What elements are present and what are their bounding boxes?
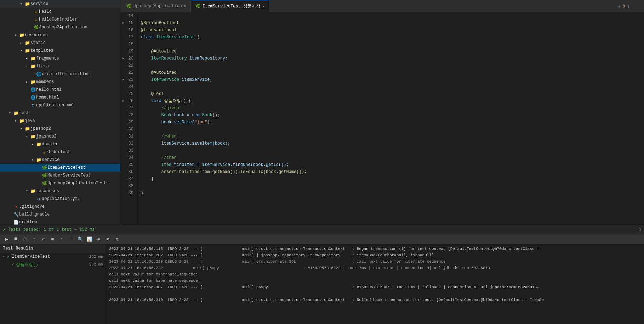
tree-item-fragments[interactable]: ▸ 📁 fragments xyxy=(0,55,120,62)
filter-button[interactable]: ⊞ xyxy=(49,235,57,243)
tree-label: Jpashop2ApplicationTests xyxy=(47,181,120,186)
folder-icon: 📁 xyxy=(24,126,30,132)
tree-item-itemservicetest[interactable]: 🌿 ItemServiceTest xyxy=(0,164,120,172)
bulb-icon[interactable]: 💡 xyxy=(138,133,139,140)
line-num: 15 ▶ xyxy=(123,19,133,27)
test-suite-label: ItemServiceTest xyxy=(12,254,50,259)
line-num: 37 xyxy=(123,175,133,183)
tree-label: service xyxy=(42,157,120,162)
tree-item-members[interactable]: ▸ 📁 members xyxy=(0,78,120,86)
expand-button[interactable]: ⇄ xyxy=(40,235,47,243)
tab-jpashop2app[interactable]: 🌿 Jpashop2Application ✕ xyxy=(122,0,191,12)
tree-item-memberservicetest[interactable]: 🌿 MemberServiceTest xyxy=(0,172,120,179)
tree-item-jpashop2app[interactable]: 🌿 Jpashop2Application xyxy=(0,23,120,31)
tree-item-java-test[interactable]: ▾ 📁 java xyxy=(0,117,120,125)
console-output[interactable]: 2023-04-21 15:16:56.115 INFO 2428 --- [ … xyxy=(106,244,644,324)
tab-label: Jpashop2Application xyxy=(133,4,182,9)
add-button[interactable]: ⊕ xyxy=(95,235,103,243)
tab-close-button[interactable]: ✕ xyxy=(184,4,186,8)
tree-label: Jpashop2Application xyxy=(39,25,120,30)
console-line: 2023-04-21 15:16:56.222 main] p6spy : #1… xyxy=(109,265,641,271)
tree-label: service xyxy=(30,1,120,6)
code-line-18 xyxy=(141,41,644,48)
tree-label: templates xyxy=(30,48,120,53)
console-line: 2023-04-21 15:16:56.310 INFO 2428 --- [ … xyxy=(109,297,641,303)
line-num: 17 xyxy=(123,34,133,41)
folder-icon: 📁 xyxy=(13,111,19,116)
tree-item-hello[interactable]: ☕ Hello xyxy=(0,8,120,16)
line-num: 19 xyxy=(123,48,133,55)
tree-item-domain[interactable]: ▾ 📁 domain xyxy=(0,140,120,148)
tree-item-jpashop2-1[interactable]: ▾ 📁 jpashop2 xyxy=(0,125,120,133)
next-fail-button[interactable]: ↓ xyxy=(67,235,75,243)
tree-item-service-main[interactable]: ▾ 📁 service xyxy=(0,0,120,8)
tree-item-items[interactable]: ▾ 📁 items xyxy=(0,62,120,70)
chevron-open-icon: ▾ xyxy=(13,33,18,37)
tree-item-jpashop2apptests[interactable]: 🌿 Jpashop2ApplicationTests xyxy=(0,179,120,187)
folder-icon: 📁 xyxy=(35,142,42,147)
tree-item-test[interactable]: ▾ 📁 test xyxy=(0,109,120,117)
settings-test-button[interactable]: ⚙ xyxy=(113,235,121,243)
settings-icon[interactable]: ⚙ xyxy=(639,227,641,232)
tree-item-resources-test[interactable]: ▾ 📁 resources xyxy=(0,187,120,195)
tree-label: resources xyxy=(25,33,120,38)
line-num: 34 xyxy=(123,154,133,161)
tree-item-hellocontroller[interactable]: ☕ HelloController xyxy=(0,16,120,23)
sort-button[interactable]: ↕ xyxy=(30,235,38,243)
stop-button[interactable]: ⏹ xyxy=(12,235,20,243)
tree-item-service-test[interactable]: ▾ 📁 service xyxy=(0,156,120,164)
line-num: 22 xyxy=(123,69,133,76)
tree-item-application-yml[interactable]: ⚙ application.yml xyxy=(0,101,120,109)
rerun-button[interactable]: ⟳ xyxy=(21,235,29,243)
line-num: 39 xyxy=(123,190,133,197)
prev-fail-button[interactable]: ↑ xyxy=(58,235,66,243)
tree-item-static[interactable]: ▸ 📁 static xyxy=(0,39,120,47)
test-case-item[interactable]: ✓ 상품저장() 252 ms xyxy=(0,261,106,268)
tree-item-ordertest[interactable]: ☕ OrderTest xyxy=(0,148,120,156)
line-num: 24 xyxy=(123,83,133,90)
tree-item-createitemform[interactable]: 🌐 createItemForm.html xyxy=(0,70,120,78)
tree-label: jpashop2 xyxy=(30,126,120,131)
folder-icon: 📁 xyxy=(30,134,36,139)
line-num: 33 xyxy=(123,147,133,154)
spring-icon: 🌿 xyxy=(41,181,47,186)
tree-label: build.gradle xyxy=(19,212,120,217)
java-file-icon: ☕ xyxy=(33,9,39,15)
tree-label: OrderTest xyxy=(47,150,120,155)
code-lines[interactable]: @SpringBootTest @Transactional class Ite… xyxy=(138,12,644,225)
code-line-30 xyxy=(141,126,644,133)
tree-item-gradlew[interactable]: 📄 gradlew xyxy=(0,218,120,225)
console-line: call next value for hibernate_sequence xyxy=(109,271,641,278)
tree-label: fragments xyxy=(36,56,120,61)
tree-item-gitignore[interactable]: ⬥ .gitignore xyxy=(0,203,120,211)
code-line-31: 💡 //when xyxy=(141,133,644,140)
editor-area: 🌿 Jpashop2Application ✕ 🌿 ItemServiceTes… xyxy=(120,0,644,225)
code-line-39: } xyxy=(141,190,644,197)
tree-item-resources-main[interactable]: ▾ 📁 resources xyxy=(0,31,120,39)
tab-itemservicetest[interactable]: 🌿 ItemServiceTest.상품저장 ✕ xyxy=(191,0,269,12)
remove-button[interactable]: ⊗ xyxy=(104,235,112,243)
tree-label: java xyxy=(25,118,120,123)
tree-item-home-html[interactable]: 🌐 home.html xyxy=(0,94,120,101)
tree-item-hello-html[interactable]: 🌐 hello.html xyxy=(0,86,120,94)
spring-tab-icon: 🌿 xyxy=(126,4,131,9)
run-button[interactable]: ▶ xyxy=(3,235,11,243)
test-suite-item[interactable]: ▾ ✓ ItemServiceTest 252 ms xyxy=(0,253,106,261)
tab-close-button[interactable]: ✕ xyxy=(262,4,264,9)
tree-item-application-yml-test[interactable]: ⚙ application.yml xyxy=(0,195,120,203)
search-test-button[interactable]: 🔍 xyxy=(76,235,84,243)
chart-button[interactable]: 📊 xyxy=(86,235,93,243)
line-num: 38 xyxy=(123,183,133,190)
folder-icon: 📁 xyxy=(35,157,42,163)
line-num: 35 xyxy=(123,161,133,168)
folder-icon: 📁 xyxy=(24,48,30,54)
folder-icon: 📁 xyxy=(30,56,36,61)
test-results-panel: Test Results ▾ ✓ ItemServiceTest 252 ms … xyxy=(0,244,106,324)
java-file-icon: ☕ xyxy=(41,150,47,155)
spring-tab-icon: 🌿 xyxy=(195,4,200,9)
tree-item-jpashop2-2[interactable]: ▾ 📁 jpashop2 xyxy=(0,133,120,140)
tree-item-build-gradle[interactable]: 🔧 build.gradle xyxy=(0,211,120,218)
code-line-36: assertThat(findItem.getName()).isEqualTo… xyxy=(141,168,644,175)
tree-item-templates[interactable]: ▾ 📁 templates xyxy=(0,47,120,55)
tree-label: ItemServiceTest xyxy=(47,165,120,170)
